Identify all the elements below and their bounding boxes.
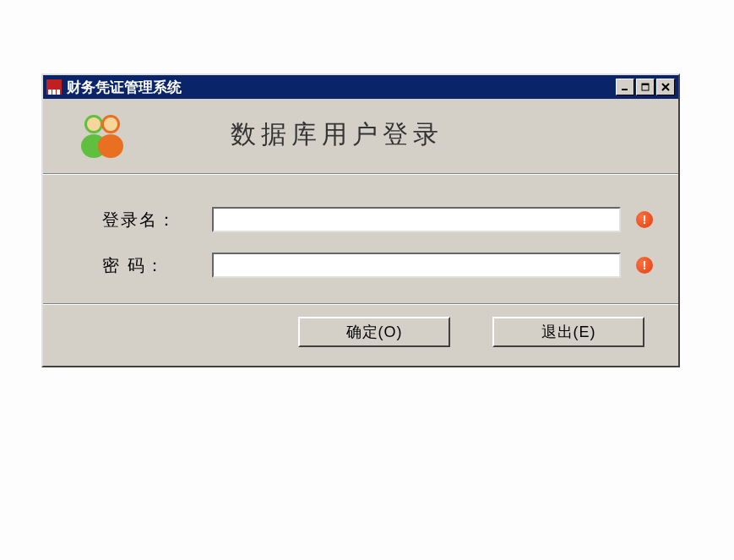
svg-point-8 — [104, 117, 117, 131]
svg-point-5 — [87, 117, 101, 131]
app-icon — [46, 79, 62, 95]
warning-icon: ! — [636, 211, 653, 228]
header-section: 数据库用户登录 — [43, 99, 678, 174]
button-section: 确定(O) 退出(E) — [43, 305, 678, 366]
svg-rect-2 — [642, 84, 649, 85]
titlebar: 财务凭证管理系统 — [43, 75, 678, 99]
username-input[interactable] — [212, 207, 621, 232]
password-label: 密 码： — [102, 254, 212, 277]
svg-point-7 — [98, 134, 123, 158]
username-row: 登录名： ! — [102, 207, 653, 232]
form-section: 登录名： ! 密 码： ! — [43, 175, 678, 304]
titlebar-buttons — [616, 79, 675, 95]
warning-icon: ! — [636, 257, 653, 274]
exit-button[interactable]: 退出(E) — [492, 317, 644, 347]
maximize-icon — [641, 83, 650, 91]
login-dialog-window: 财务凭证管理系统 数据库用户登录 — [41, 73, 680, 367]
svg-rect-0 — [622, 89, 628, 90]
minimize-button[interactable] — [616, 79, 634, 95]
ok-button[interactable]: 确定(O) — [298, 317, 450, 347]
titlebar-left: 财务凭证管理系统 — [46, 78, 182, 97]
minimize-icon — [621, 83, 629, 91]
users-icon — [77, 111, 129, 158]
dialog-heading: 数据库用户登录 — [231, 117, 443, 152]
password-row: 密 码： ! — [102, 253, 653, 278]
close-icon — [661, 83, 670, 91]
password-input[interactable] — [212, 253, 621, 278]
maximize-button[interactable] — [636, 79, 655, 95]
window-title: 财务凭证管理系统 — [67, 78, 182, 97]
username-label: 登录名： — [102, 209, 212, 231]
close-button[interactable] — [656, 79, 675, 95]
